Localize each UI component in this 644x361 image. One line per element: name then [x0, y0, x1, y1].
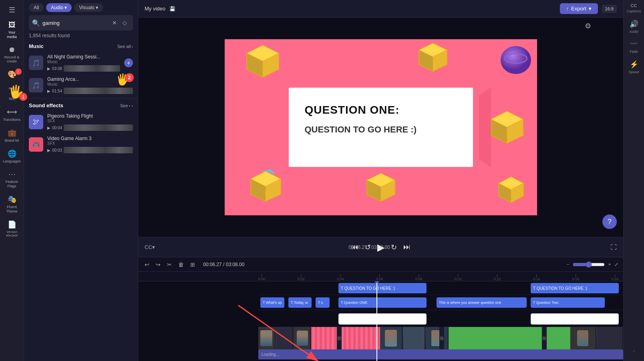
zoom-in-button[interactable]: ＋ [607, 261, 612, 268]
fluent-theme-icon: 🎭 [8, 195, 16, 204]
music-thumb-1: 🎵 [29, 56, 43, 70]
sidebar-item-brand[interactable]: 🎨 ! [2, 68, 22, 81]
clip-whatsup[interactable]: T What's up [260, 297, 284, 308]
media-icon: 🖼 [8, 21, 16, 29]
sfx-controls-2: ▶ 00:03 [47, 147, 133, 153]
fit-view-button[interactable]: ⤢ [614, 262, 618, 267]
sfx-section-title: Sound effects [29, 102, 63, 108]
right-sidebar-captions[interactable]: CC Captions [627, 3, 641, 13]
cube-top-center [417, 41, 449, 73]
text-track-row-2: T What's up T Today, w T s T Question ON… [258, 295, 623, 310]
clip-label: T Question Two: [533, 301, 559, 305]
sidebar-item-menu[interactable]: ☰ [2, 3, 22, 17]
ruler-mark-8: 0:08 [415, 275, 423, 281]
clip-todayw[interactable]: T Today, w [288, 297, 312, 308]
music-see-all[interactable]: See all › [117, 44, 133, 49]
music-item-1[interactable]: 🎵 All Night Gaming Sessi... Music ▶ 03:0… [24, 52, 138, 74]
waveform-2 [64, 88, 133, 94]
right-decoration [479, 87, 495, 167]
redo-button[interactable]: ↪ [154, 260, 162, 269]
help-button[interactable]: ? [602, 215, 617, 229]
clip-questionone[interactable]: T Question ONE: [338, 297, 427, 308]
music-thumb-2: 🎵 [29, 78, 43, 92]
clip-ts[interactable]: T s [316, 297, 330, 308]
playhead[interactable] [376, 281, 377, 361]
sfx-controls-1: ▶ 00:04 [47, 124, 133, 131]
tab-all[interactable]: All [29, 3, 44, 12]
clip-question-2[interactable]: T QUESTION TO GO HERE :) [531, 283, 619, 293]
sfx-play-2[interactable]: ▶ [47, 148, 50, 152]
sidebar-item-brand-kit[interactable]: 💼 Brand kit [2, 126, 22, 145]
zoom-out-button[interactable]: － [566, 261, 570, 268]
sidebar-item-fluent-theme[interactable]: 🎭 Fluent Theme [2, 193, 22, 216]
sidebar-item-transitions[interactable]: ⟷ Transitions [2, 105, 22, 124]
sidebar-item-text[interactable]: T Text [2, 83, 22, 104]
split-button[interactable]: ⊞ [189, 260, 197, 269]
timeline-tracks: T QUESTION TO GO HERE :) T QUESTION TO G… [138, 281, 623, 361]
right-sidebar-expand[interactable]: ‹ [633, 347, 635, 355]
speed-label: Speed [628, 70, 639, 74]
audio-label: Audio [629, 30, 638, 34]
expand-icon: ‹ [633, 348, 635, 354]
timeline-content[interactable]: T QUESTION TO GO HERE :) T QUESTION TO G… [138, 281, 623, 361]
timeline: ↩ ↪ ✂ 🗑 ⊞ 00:06.27 / 03:08.00 － ＋ ⤢ 0:00… [138, 257, 623, 361]
sfx-item-2[interactable]: 🎮 Video Game Alarm 3 SFX ▶ 00:03 [24, 133, 138, 156]
tab-visuals[interactable]: Visuals ▾ [74, 3, 103, 12]
right-sidebar-fade[interactable]: 〰 Fade [630, 40, 638, 54]
tab-audio[interactable]: Audio ▾ [46, 3, 72, 12]
clip-label: T s [318, 301, 323, 305]
clip-questiontwo[interactable]: T Question Two: [531, 297, 605, 308]
fullscreen-button[interactable]: ⛶ [610, 244, 617, 251]
sidebar-item-your-media[interactable]: 🖼 Your media [2, 18, 22, 42]
sidebar-item-feature-flags[interactable]: ⋯ Feature Flags [2, 167, 22, 191]
sidebar-item-version[interactable]: 📄 Version85e2b0f [2, 218, 22, 240]
clip-label: T QUESTION TO GO HERE :) [533, 286, 587, 291]
sidebar-item-label: Brand kit [5, 138, 19, 143]
right-sidebar-speed[interactable]: ⚡ Speed [628, 60, 639, 74]
right-sidebar-audio[interactable]: 🔊 Audio [629, 20, 638, 34]
music-controls-1: ▶ 03:08 [47, 65, 120, 72]
clip-white-1[interactable] [338, 313, 427, 325]
notification-badge: ! [15, 68, 22, 75]
speed-icon: ⚡ [630, 60, 638, 69]
ruler-mark-4: 0:04 [337, 275, 344, 281]
export-icon: ↑ [566, 6, 569, 12]
sidebar-item-record[interactable]: ⏺ Record &create [2, 43, 22, 66]
ruler-mark-16: 0:16 [572, 275, 580, 281]
captions-button[interactable]: CC▾ [145, 244, 155, 250]
sfx-info-2: Video Game Alarm 3 SFX ▶ 00:03 [47, 136, 133, 153]
music-play-2[interactable]: ▶ [47, 89, 50, 93]
cut-button[interactable]: ✂ [165, 260, 173, 269]
sfx-name-2: Video Game Alarm 3 [47, 136, 133, 141]
thumb-person-1 [258, 327, 311, 349]
skip-forward-button[interactable]: ⏭ [403, 243, 411, 251]
export-button[interactable]: ↑ Export ▾ [560, 3, 598, 14]
clip-label: T Question ONE: [341, 301, 368, 305]
diamond-filter-button[interactable]: ◇ [119, 17, 130, 28]
sfx-play-1[interactable]: ▶ [47, 126, 50, 130]
ruler-mark-6: 0:06 [376, 275, 383, 281]
cube-top-left [245, 43, 281, 79]
fast-forward-button[interactable]: ↻ [391, 243, 397, 252]
thumb-person-3 [570, 327, 623, 349]
playback-bar: CC▾ ⏮ ↺ ▶ ↻ ⏭ 00:06.27 / 03:08.00 ⛶ [138, 237, 623, 257]
sfx-item-1[interactable]: 🕊 Pigeons Taking Flight SFX ▶ 00:04 [24, 111, 138, 133]
clip-question-1[interactable]: T QUESTION TO GO HERE :) [338, 283, 427, 293]
clip-answersection[interactable]: This is where you answer question one [437, 297, 527, 308]
sfx-see-all[interactable]: See ‹ › [120, 103, 133, 108]
sfx-info-1: Pigeons Taking Flight SFX ▶ 00:04 [47, 113, 133, 131]
export-chevron-icon: ▾ [589, 6, 592, 12]
music-play-1[interactable]: ▶ [47, 66, 50, 71]
music-add-1[interactable]: + [124, 58, 133, 67]
search-input[interactable] [42, 20, 110, 26]
audio-icon: 🔊 [630, 20, 638, 28]
undo-button[interactable]: ↩ [143, 260, 151, 269]
delete-button[interactable]: 🗑 [177, 260, 185, 269]
music-item-2[interactable]: 🎵 Gaming Arca... Music ▶ 01:54 [24, 74, 138, 96]
clear-search-button[interactable]: ✕ [112, 20, 117, 26]
sidebar-item-languages[interactable]: 🌐 Languages [2, 147, 22, 166]
clip-white-2[interactable] [531, 313, 619, 325]
video-settings-button[interactable]: ⚙ [585, 22, 591, 30]
zoom-slider[interactable] [573, 261, 605, 268]
thumbnail-row[interactable]: ⬛ ⬛ [258, 327, 623, 349]
